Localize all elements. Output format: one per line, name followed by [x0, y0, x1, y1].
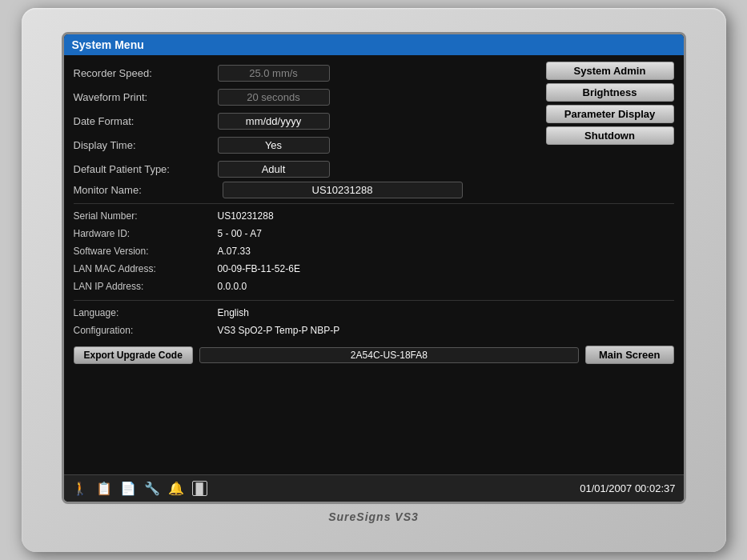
- serial-row: Serial Number: US10231288: [74, 207, 674, 225]
- monitor-name-row: Monitor Name: US10231288: [74, 182, 674, 198]
- config-label: Configuration:: [74, 325, 218, 336]
- patient-type-label: Default Patient Type:: [74, 163, 218, 175]
- patient-type-value[interactable]: Adult: [218, 161, 330, 178]
- serial-label: Serial Number:: [74, 210, 218, 222]
- recorder-speed-value: 25.0 mm/s: [218, 65, 330, 82]
- config-value: VS3 SpO2-P Temp-P NBP-P: [218, 325, 340, 336]
- list-icon: 📄: [120, 481, 136, 496]
- software-label: Software Version:: [74, 246, 218, 257]
- patient-type-row: Default Patient Type: Adult: [74, 158, 527, 180]
- status-datetime: 01/01/2007 00:02:37: [580, 482, 675, 494]
- recorder-speed-row: Recorder Speed: 25.0 mm/s: [74, 62, 527, 84]
- waveform-print-value: 20 seconds: [218, 89, 330, 106]
- right-buttons: System Admin Brightness Parameter Displa…: [536, 62, 674, 182]
- recorder-speed-label: Recorder Speed:: [74, 67, 218, 79]
- software-value: A.07.33: [218, 246, 251, 257]
- main-content: Recorder Speed: 25.0 mm/s Waveform Print…: [64, 55, 684, 474]
- left-form-area: Recorder Speed: 25.0 mm/s Waveform Print…: [74, 62, 527, 182]
- waveform-print-row: Waveform Print: 20 seconds: [74, 86, 527, 108]
- language-label: Language:: [74, 307, 218, 318]
- device-brand-label: SureSigns VS3: [328, 510, 419, 523]
- battery-icon: █: [192, 481, 207, 496]
- date-format-row: Date Format: mm/dd/yyyy: [74, 110, 527, 132]
- serial-value: US10231288: [218, 210, 274, 222]
- upgrade-code-display: 2A54C-US-18FA8: [199, 347, 579, 363]
- wrench-icon: 🔧: [144, 481, 160, 496]
- brightness-button[interactable]: Brightness: [546, 83, 674, 102]
- document-icon: 📋: [96, 481, 112, 496]
- export-upgrade-code-button[interactable]: Export Upgrade Code: [74, 346, 193, 364]
- lang-section: Language: English Configuration: VS3 SpO…: [74, 300, 674, 339]
- lan-mac-row: LAN MAC Address: 00-09-FB-11-52-6E: [74, 260, 674, 278]
- config-row: Configuration: VS3 SpO2-P Temp-P NBP-P: [74, 322, 674, 339]
- waveform-print-label: Waveform Print:: [74, 91, 218, 103]
- status-bar: 🚶 📋 📄 🔧 🔔 █ 01/01/2007 00:02:37: [64, 474, 684, 502]
- info-section: Serial Number: US10231288 Hardware ID: 5…: [74, 203, 674, 295]
- date-format-value[interactable]: mm/dd/yyyy: [218, 113, 330, 130]
- person-icon: 🚶: [72, 481, 88, 496]
- date-format-label: Date Format:: [74, 115, 218, 127]
- lan-ip-value: 0.0.0.0: [218, 281, 247, 292]
- lan-ip-row: LAN IP Address: 0.0.0.0: [74, 278, 674, 295]
- language-row: Language: English: [74, 304, 674, 322]
- hardware-value: 5 - 00 - A7: [218, 228, 262, 239]
- main-screen-button[interactable]: Main Screen: [585, 346, 674, 364]
- lan-ip-label: LAN IP Address:: [74, 281, 218, 292]
- shutdown-button[interactable]: Shutdown: [546, 126, 674, 145]
- display-time-label: Display Time:: [74, 139, 218, 151]
- system-admin-button[interactable]: System Admin: [546, 62, 674, 80]
- hardware-row: Hardware ID: 5 - 00 - A7: [74, 225, 674, 242]
- display-time-value[interactable]: Yes: [218, 137, 330, 154]
- hardware-label: Hardware ID:: [74, 228, 218, 239]
- monitor-name-label: Monitor Name:: [74, 184, 218, 196]
- lan-mac-label: LAN MAC Address:: [74, 263, 218, 274]
- title-bar: System Menu: [64, 34, 684, 55]
- bottom-row: Export Upgrade Code 2A54C-US-18FA8 Main …: [74, 346, 674, 364]
- lan-mac-value: 00-09-FB-11-52-6E: [218, 263, 300, 274]
- screen-bezel: System Menu Recorder Speed: 25.0 mm/s Wa…: [62, 32, 686, 504]
- window-title: System Menu: [72, 38, 144, 51]
- device-outer: System Menu Recorder Speed: 25.0 mm/s Wa…: [22, 8, 726, 552]
- parameter-display-button[interactable]: Parameter Display: [546, 105, 674, 123]
- monitor-name-field[interactable]: US10231288: [223, 182, 463, 198]
- language-value: English: [218, 307, 249, 318]
- bell-icon: 🔔: [168, 481, 184, 496]
- software-row: Software Version: A.07.33: [74, 242, 674, 260]
- display-time-row: Display Time: Yes: [74, 134, 527, 156]
